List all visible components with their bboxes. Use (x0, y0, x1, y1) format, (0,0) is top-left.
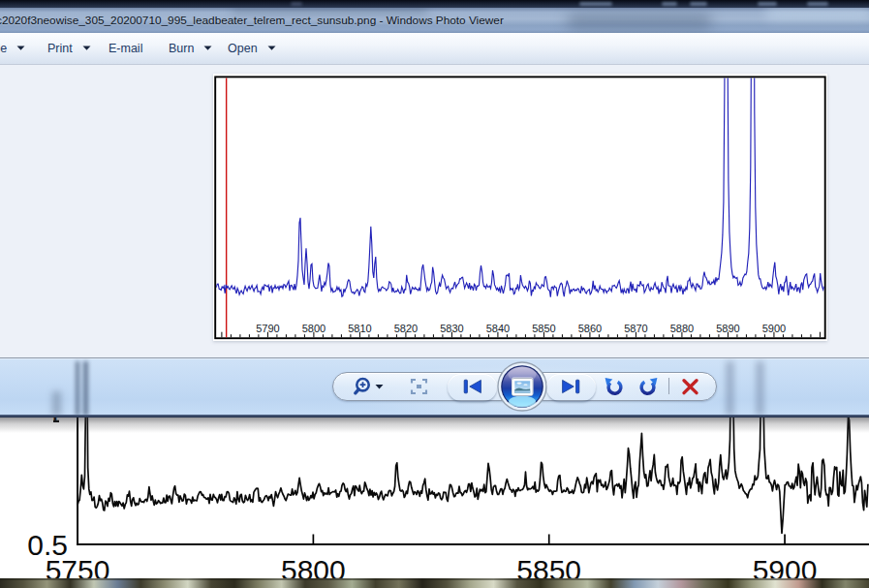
background-glow (690, 2, 707, 6)
magnifier-icon (350, 373, 387, 401)
photo-chart-x-tick-label: 5850 (532, 323, 555, 334)
background-glow (807, 2, 828, 6)
bg-chart-x-axis (77, 543, 869, 545)
photo-chart-x-tick-label: 5900 (762, 323, 786, 334)
photo-chart-x-tick-label: 5790 (256, 323, 279, 334)
screen: 1 0.5 5750580058505900 c2020f3neowise_30… (0, 0, 869, 588)
glass-ghost (83, 361, 88, 416)
spectrum-film-strip (0, 578, 869, 588)
glass-ghost (757, 361, 763, 416)
photo-chart-x-tick-label: 5870 (624, 323, 647, 334)
glass-ghost (727, 361, 733, 416)
photo-chart-x-tick-label: 5860 (578, 323, 602, 334)
zoom-button[interactable] (350, 373, 387, 401)
rotate-clockwise-button[interactable] (634, 373, 662, 400)
delete-x-icon (678, 374, 702, 399)
photo-chart-x-tick-label: 5820 (394, 323, 418, 334)
displayed-photo[interactable]: 5790580058105820583058405850586058705880… (213, 74, 827, 341)
plot-frame (215, 77, 825, 338)
menu-email[interactable]: E-mail (109, 39, 142, 58)
menu-burn-label: Burn (169, 42, 194, 55)
window-title: c2020f3neowise_305_20200710_995_leadbeat… (0, 14, 504, 27)
photo-chart-x-tick-label: 5830 (440, 323, 463, 334)
menu-print[interactable]: Print (47, 39, 91, 58)
slideshow-icon (496, 360, 548, 413)
photo-chart-x-tick-label: 5810 (348, 323, 371, 334)
photo-spectrum-chart: 5790580058105820583058405850586058705880… (213, 74, 827, 341)
bg-chart-x-tick (784, 535, 786, 544)
film-strip-edge (0, 578, 869, 580)
viewer-content-area: 5790580058105820583058405850586058705880… (0, 65, 869, 357)
desktop-edge-strip (0, 0, 869, 8)
chevron-down-icon (82, 46, 91, 50)
menu-email-label: E-mail (109, 42, 142, 55)
window-bottom-edge (0, 415, 869, 418)
glass-reflection (567, 14, 712, 29)
toolbar-separator (668, 378, 669, 394)
picture-icon (512, 378, 534, 396)
play-slideshow-button[interactable] (496, 360, 548, 413)
fit-to-window-button[interactable] (407, 374, 431, 399)
menu-burn[interactable]: Burn (169, 39, 212, 58)
rotate-counterclockwise-button[interactable] (601, 373, 629, 400)
previous-icon (449, 374, 496, 399)
background-glow (662, 2, 677, 6)
menu-print-label: Print (47, 42, 73, 55)
background-glow (579, 2, 612, 6)
glass-ghost (76, 361, 79, 416)
menu-file[interactable]: File (0, 39, 25, 58)
menu-file-label: File (0, 42, 7, 55)
menu-bar: File Print E-mail Burn Open (0, 33, 869, 65)
photo-chart-x-tick-label: 5840 (486, 323, 510, 334)
menu-open-label: Open (228, 42, 258, 55)
glass-reflection (765, 8, 869, 19)
chevron-down-icon (203, 46, 212, 50)
previous-button[interactable] (448, 374, 497, 401)
glass-ghost (52, 391, 61, 416)
title-bar[interactable]: c2020f3neowise_305_20200710_995_leadbeat… (0, 8, 869, 33)
bg-chart-x-tick (313, 535, 315, 544)
photo-chart-x-tick-label: 5890 (716, 323, 739, 334)
rotate-cw-icon (634, 373, 662, 400)
background-glow (758, 2, 777, 6)
next-button[interactable] (546, 374, 596, 401)
chevron-down-icon (267, 46, 276, 50)
next-icon (547, 374, 595, 399)
photo-chart-x-tick-label: 5880 (670, 323, 694, 334)
blue-spectrum-trace (216, 74, 824, 297)
chevron-down-icon (16, 46, 25, 50)
photo-viewer-window: c2020f3neowise_305_20200710_995_leadbeat… (0, 0, 869, 418)
chevron-down-icon (376, 385, 384, 388)
menu-open[interactable]: Open (228, 39, 276, 58)
toolbar (0, 357, 869, 418)
fit-to-window-icon (407, 374, 431, 399)
background-glow (291, 2, 302, 6)
bg-chart-x-tick (548, 535, 550, 544)
delete-button[interactable] (678, 374, 702, 399)
rotate-ccw-icon (601, 373, 629, 400)
photo-chart-x-tick-label: 5800 (302, 323, 326, 334)
